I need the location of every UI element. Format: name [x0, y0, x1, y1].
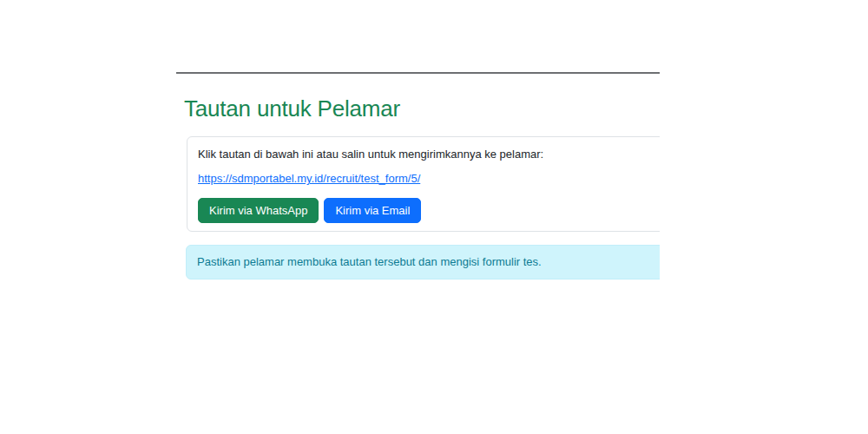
content-clip-region: Tautan untuk Pelamar Klik tautan di bawa…	[0, 0, 660, 434]
instruction-text: Klik tautan di bawah ini atau salin untu…	[198, 146, 660, 163]
page-title: Tautan untuk Pelamar	[184, 95, 400, 122]
applicant-form-link[interactable]: https://sdmportabel.my.id/recruit/test_f…	[198, 172, 420, 185]
page-canvas: Tautan untuk Pelamar Klik tautan di bawa…	[0, 0, 868, 434]
applicant-link-card: Klik tautan di bawah ini atau salin untu…	[187, 136, 660, 232]
send-email-button[interactable]: Kirim via Email	[324, 198, 421, 223]
top-divider	[176, 72, 660, 74]
info-alert: Pastikan pelamar membuka tautan tersebut…	[186, 245, 660, 279]
info-alert-text: Pastikan pelamar membuka tautan tersebut…	[197, 255, 542, 268]
send-whatsapp-button[interactable]: Kirim via WhatsApp	[198, 198, 319, 223]
link-row: https://sdmportabel.my.id/recruit/test_f…	[198, 170, 660, 187]
button-row: Kirim via WhatsApp Kirim via Email	[198, 198, 660, 223]
